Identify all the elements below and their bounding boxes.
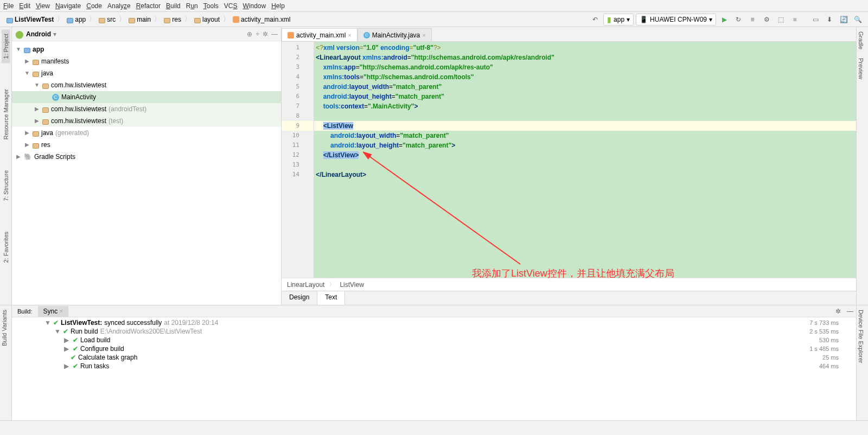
tree-package-test[interactable]: ▶com.hw.listviewtest (test) [12, 115, 281, 127]
folder-icon [164, 18, 170, 23]
crumb-app[interactable]: app [65, 15, 88, 24]
menu-build[interactable]: Build [166, 2, 181, 10]
menu-file[interactable]: File [3, 2, 14, 10]
menu-vcs[interactable]: VCS [224, 2, 238, 10]
crumb-file[interactable]: activity_main.xml [231, 15, 292, 24]
module-icon [67, 18, 73, 23]
sidetab-resource-manager[interactable]: Resource Manager [2, 85, 10, 144]
hide-button[interactable]: — [844, 305, 856, 317]
sidetab-favorites[interactable]: 2: Favorites [2, 227, 10, 267]
toolbar: ListViewTest〉 app〉 src〉 main〉 res〉 layou… [0, 12, 868, 27]
menu-bar: File Edit View Navigate Code Analyze Ref… [0, 0, 868, 12]
gear-icon[interactable]: ✲ [832, 305, 844, 317]
sidetab-build-variants[interactable]: Build Variants [0, 305, 9, 350]
tab-mainactivity[interactable]: CMainActivity.java× [358, 28, 432, 41]
chevron-down-icon: ▾ [709, 16, 712, 23]
crumb-linearlayout[interactable]: LinearLayout [287, 281, 324, 289]
close-icon[interactable]: × [59, 308, 63, 315]
crumb-label: activity_main.xml [241, 16, 290, 23]
menu-analyze[interactable]: Analyze [107, 2, 131, 10]
tree-package[interactable]: ▼com.hw.listviewtest [12, 79, 281, 91]
build-tab-sync[interactable]: Sync × [38, 306, 69, 317]
profile-button[interactable]: ⚙ [761, 14, 773, 25]
build-root[interactable]: ▼✔ListViewTest: synced successfully at 2… [12, 318, 856, 327]
search-button[interactable]: 🔍 [852, 14, 864, 25]
device-label: HUAWEI CPN-W09 [650, 16, 707, 23]
sidetab-gradle[interactable]: Gradle [857, 27, 865, 54]
package-icon [42, 84, 49, 89]
build-tab-build[interactable]: Build: [12, 306, 38, 316]
sdk-button[interactable]: ⬇ [824, 14, 835, 25]
sidetab-structure[interactable]: 7: Structure [2, 166, 10, 206]
menu-tools[interactable]: Tools [203, 2, 219, 10]
tree-mainactivity[interactable]: CMainActivity [12, 91, 281, 103]
collapse-button[interactable]: ÷ [256, 30, 259, 38]
avd-button[interactable]: ▭ [809, 14, 821, 25]
menu-navigate[interactable]: Navigate [55, 2, 81, 10]
device-dropdown[interactable]: 📱HUAWEI CPN-W09 ▾ [636, 14, 716, 25]
debug-button[interactable]: ≡ [746, 14, 758, 25]
android-icon: ⬤ [15, 30, 24, 39]
tree-manifests[interactable]: ▶manifests [12, 55, 281, 67]
tab-text[interactable]: Text [317, 291, 345, 305]
tab-design[interactable]: Design [282, 291, 317, 305]
xml-icon [233, 16, 239, 23]
build-load[interactable]: ▶✔Load build530 ms [12, 336, 856, 344]
menu-window[interactable]: Window [242, 2, 266, 10]
stop-button[interactable]: ■ [789, 14, 801, 25]
menu-edit[interactable]: Edit [19, 2, 30, 10]
class-icon: C [363, 32, 370, 39]
menu-view[interactable]: View [36, 2, 50, 10]
check-icon: ✔ [71, 354, 76, 361]
tree-app[interactable]: ▼app [12, 43, 281, 55]
package-icon [42, 107, 49, 113]
project-tree[interactable]: ▼app ▶manifests ▼java ▼com.hw.listviewte… [12, 41, 281, 305]
tree-java-generated[interactable]: ▶java (generated) [12, 127, 281, 139]
crumb-label: app [75, 16, 86, 23]
run-button[interactable]: ▶ [718, 14, 730, 25]
line-gutter: 1234567891011121314 [282, 42, 314, 278]
crumb-label: ListViewTest [15, 16, 54, 23]
apply-button[interactable]: ↻ [732, 14, 744, 25]
build-runtasks[interactable]: ▶✔Run tasks464 ms [12, 362, 856, 370]
tree-res[interactable]: ▶res [12, 139, 281, 151]
crumb-layout[interactable]: layout [192, 15, 222, 24]
menu-code[interactable]: Code [86, 2, 102, 10]
tree-package-androidtest[interactable]: ▶com.hw.listviewtest (androidTest) [12, 103, 281, 115]
crumb-src[interactable]: src [97, 15, 118, 24]
back-button[interactable]: ↶ [589, 14, 601, 25]
hide-button[interactable]: — [271, 30, 278, 38]
crumb-main[interactable]: main [126, 15, 153, 24]
gradle-icon: 🐘 [24, 152, 32, 162]
editor-panel: activity_main.xml× CMainActivity.java× 1… [282, 27, 856, 305]
menu-help[interactable]: Help [271, 2, 285, 10]
status-bar [0, 420, 868, 433]
sidetab-project[interactable]: 1: Project [2, 29, 10, 63]
build-calc[interactable]: ✔Calculate task graph25 ms [12, 353, 856, 362]
tab-activity-main[interactable]: activity_main.xml× [282, 28, 358, 41]
folder-icon [33, 72, 39, 77]
crumb-listview[interactable]: ListView [340, 281, 363, 289]
project-view-mode[interactable]: Android [26, 30, 51, 38]
sidetab-device-file-explorer[interactable]: Device File Explorer [857, 305, 865, 367]
crumb-project[interactable]: ListViewTest [4, 15, 56, 24]
build-configure[interactable]: ▶✔Configure build1 s 485 ms [12, 344, 856, 353]
settings-button[interactable]: ✲ [263, 30, 268, 38]
folder-icon [99, 18, 105, 23]
close-icon[interactable]: × [422, 32, 425, 39]
sidetab-preview[interactable]: Preview [857, 54, 865, 84]
tree-gradle-scripts[interactable]: ▶🐘Gradle Scripts [12, 151, 281, 163]
check-icon: ✔ [73, 362, 78, 370]
crumb-res[interactable]: res [162, 15, 183, 24]
locate-button[interactable]: ⊕ [247, 30, 252, 38]
close-icon[interactable]: × [348, 32, 351, 39]
build-output-tree[interactable]: ▼✔ListViewTest: synced successfully at 2… [12, 317, 856, 372]
menu-run[interactable]: Run [186, 2, 198, 10]
code-editor[interactable]: 1234567891011121314 <?xml version="1.0" … [282, 42, 856, 278]
build-run-build[interactable]: ▼✔Run build E:\AndroidWorks200E\ListView… [12, 327, 856, 336]
run-config-dropdown[interactable]: ▮app ▾ [603, 14, 634, 25]
tree-java[interactable]: ▼java [12, 67, 281, 79]
attach-button[interactable]: ⬚ [775, 14, 787, 25]
menu-refactor[interactable]: Refactor [136, 2, 161, 10]
sync-button[interactable]: 🔄 [838, 14, 850, 25]
